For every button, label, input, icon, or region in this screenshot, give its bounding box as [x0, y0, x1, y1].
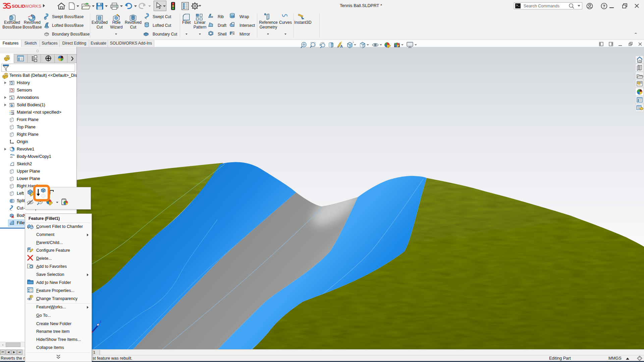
svg-text:cd: cd: [231, 15, 234, 18]
svg-text:WORKS: WORKS: [25, 4, 41, 9]
svg-text:?: ?: [603, 4, 605, 9]
svg-text:A: A: [11, 97, 13, 100]
svg-text:A: A: [340, 44, 343, 48]
svg-text:SOLID: SOLID: [12, 4, 25, 9]
svg-text:z: z: [100, 319, 102, 323]
